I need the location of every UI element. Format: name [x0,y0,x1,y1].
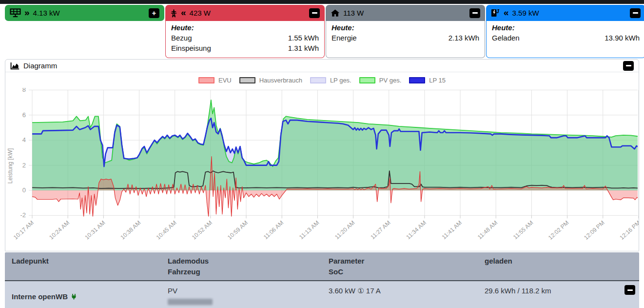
legend-item-hausverbrauch[interactable]: Hausverbrauch [239,77,302,84]
svg-text:11:06 AM: 11:06 AM [262,219,285,241]
col-parameter-soc: ParameterSoC [322,256,478,277]
legend-label: LP ges. [330,77,351,84]
svg-text:11:41 AM: 11:41 AM [441,219,463,241]
chargepoint-parameter: 3.60 kW ① 17 A [322,285,478,308]
svg-text:10:45 AM: 10:45 AM [155,219,178,241]
house-energy-label: Energie [332,34,357,42]
chargepoint-table: Ladepunkt LademodusFahrzeug ParameterSoC… [5,252,639,308]
charge-power-value: 3.59 kW [512,9,539,17]
legend-item-lp-ges-[interactable]: LP ges. [310,77,351,84]
home-icon [331,9,340,17]
legend-label: EVU [218,77,232,84]
svg-text:-2: -2 [20,211,26,219]
charge-collapse-button[interactable] [630,8,641,18]
svg-text:10:59 AM: 10:59 AM [226,219,249,241]
flow-in-chevrons: « [181,8,186,17]
col-geladen: geladen [478,256,618,277]
svg-text:0: 0 [22,186,26,194]
svg-text:10:52 AM: 10:52 AM [191,219,214,241]
house-card: 113 W Heute: Energie 2.13 kWh [326,5,485,58]
top-navbar-edge [0,0,644,4]
house-collapse-button[interactable] [469,8,480,18]
diagram-collapse-button[interactable] [623,61,634,71]
grid-today-label: Heute: [171,22,319,33]
svg-text:12:09 PM: 12:09 PM [583,219,606,241]
grid-card-header[interactable]: « 423 W [165,5,325,21]
house-card-body: Heute: Energie 2.13 kWh [326,21,485,58]
svg-text:12:02 PM: 12:02 PM [547,219,570,241]
svg-text:12:16 PM: 12:16 PM [618,219,639,241]
charge-card-body: Heute: Geladen 13.90 kWh [486,21,644,58]
svg-text:10:17 AM: 10:17 AM [12,219,35,241]
grid-collapse-button[interactable] [309,8,320,18]
legend-swatch [239,77,255,83]
svg-text:11:48 AM: 11:48 AM [476,219,499,241]
house-energy-value: 2.13 kWh [449,34,479,42]
flow-out-chevrons: » [24,8,30,17]
area-pv-ges- [32,100,639,190]
solar-panel-icon [10,8,21,18]
chargepoint-table-header: Ladepunkt LademodusFahrzeug ParameterSoC… [5,252,639,280]
grid-export-label: Einspeisung [171,44,211,52]
svg-text:6: 6 [22,111,26,119]
chart-legend: EVUHausverbrauchLP ges.PV ges.LP 15 [5,72,639,88]
grid-export-value: 1.31 kWh [288,44,319,52]
legend-item-evu[interactable]: EVU [198,77,232,84]
grid-card: « 423 W Heute: Bezug 1.55 kWh Einspeisun… [165,5,325,58]
legend-label: LP 15 [429,77,446,84]
charged-value: 29.6 kWh / 118.2 km [485,285,611,296]
charge-energy-row: Geladen 13.90 kWh [492,33,640,43]
power-chart: 86420-2Leistung [kW]10:17 AM10:24 AM10:3… [5,88,639,250]
vehicle-name-redacted[interactable] [168,299,213,305]
chargepoint-name-text: Interne openWB [12,291,68,302]
legend-swatch [198,77,215,83]
charge-today-label: Heute: [492,22,640,33]
grid-card-body: Heute: Bezug 1.55 kWh Einspeisung 1.31 k… [165,21,325,58]
svg-text:2: 2 [22,162,26,169]
chart-series [32,100,639,217]
pv-power-value: 4.13 kW [33,9,60,17]
pv-card: » 4.13 kW + [5,5,164,58]
area-chart-icon [10,62,20,70]
chargepoint-charged: 29.6 kWh / 118.2 km [478,285,618,308]
col-lademodus-fahrzeug: LademodusFahrzeug [161,256,322,277]
charge-energy-label: Geladen [492,34,520,42]
legend-swatch [310,77,326,83]
plug-icon [71,293,77,300]
grid-import-value: 1.55 kWh [288,34,319,42]
legend-swatch [409,77,425,83]
y-axis-title: Leistung [kW] [7,148,14,184]
legend-label: PV ges. [379,77,402,84]
chargepoint-row: Interne openWB PV 3.60 kW ① 17 A 29.6 kW… [5,280,639,308]
charge-card-header[interactable]: « 3.59 kW [486,5,644,21]
diagram-header[interactable]: Diagramm [5,60,639,72]
charge-energy-value: 13.90 kWh [605,34,640,42]
legend-item-pv-ges-[interactable]: PV ges. [359,77,402,84]
house-energy-row: Energie 2.13 kWh [332,33,479,43]
svg-text:11:13 AM: 11:13 AM [298,219,320,241]
svg-text:11:20 AM: 11:20 AM [333,219,356,241]
flow-in-chevrons: « [504,8,509,17]
svg-text:11:34 AM: 11:34 AM [405,219,427,241]
diagram-title: Diagramm [23,62,57,70]
house-today-label: Heute: [332,22,479,33]
pv-expand-button[interactable]: + [149,8,159,18]
legend-swatch [359,77,375,83]
parameter-value: 3.60 kW ① 17 A [329,285,471,296]
charge-card: « 3.59 kW Heute: Geladen 13.90 kWh [486,5,644,58]
chargepoint-mode-vehicle[interactable]: PV [161,285,322,308]
house-card-header[interactable]: 113 W [326,5,485,21]
house-power-value: 113 W [343,9,364,17]
pv-card-header[interactable]: » 4.13 kW + [5,5,164,21]
status-cards-row: » 4.13 kW + « 423 W Heute: Bezug 1.55 kW… [5,5,644,58]
svg-text:10:31 AM: 10:31 AM [83,219,106,241]
x-axis-labels: 10:17 AM10:24 AM10:31 AM10:38 AM10:45 AM… [12,219,639,241]
col-ladepunkt: Ladepunkt [5,256,161,277]
legend-item-lp-15[interactable]: LP 15 [409,77,446,84]
svg-text:8: 8 [22,88,26,93]
chargepoint-name: Interne openWB [5,285,161,308]
chargepoint-collapse-button[interactable] [624,285,635,295]
charge-mode[interactable]: PV [168,285,315,296]
svg-text:10:38 AM: 10:38 AM [119,219,142,241]
grid-power-value: 423 W [190,9,211,17]
